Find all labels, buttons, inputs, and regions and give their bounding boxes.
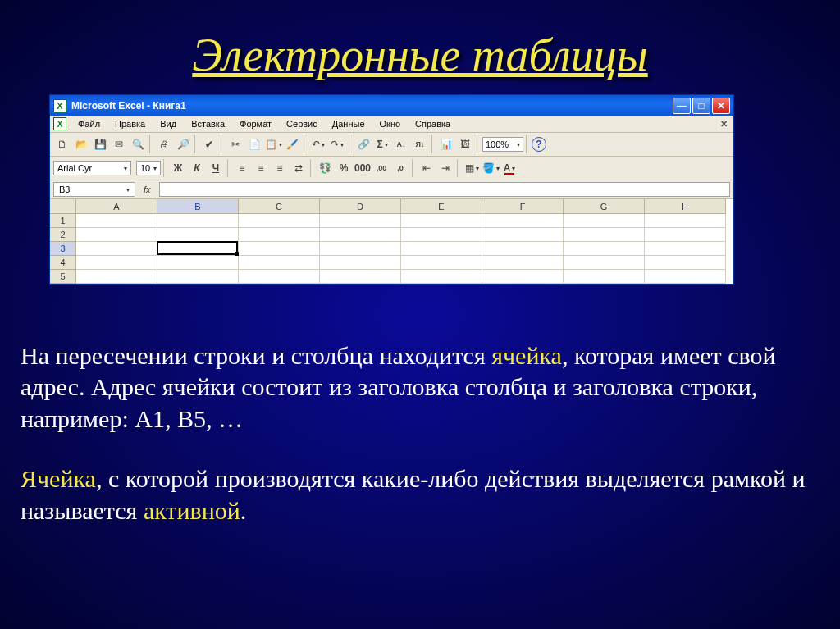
maximize-button[interactable]: □ (692, 98, 710, 114)
row-header-4[interactable]: 4 (50, 256, 76, 270)
font-name-combo[interactable]: Arial Cyr▾ (53, 161, 131, 175)
borders-icon[interactable]: ▦▾ (463, 159, 481, 177)
cell-H2[interactable] (645, 228, 726, 242)
fx-button[interactable]: fx (139, 185, 156, 194)
open-icon[interactable]: 📂 (72, 135, 90, 153)
cell-E4[interactable] (401, 256, 482, 270)
decrease-indent-icon[interactable]: ⇤ (418, 159, 436, 177)
cell-B2[interactable] (158, 228, 239, 242)
bold-button[interactable]: Ж (169, 159, 187, 177)
menu-view[interactable]: Вид (153, 117, 183, 130)
cell-A5[interactable] (76, 270, 158, 284)
cell-C5[interactable] (239, 270, 320, 284)
doc-close-button[interactable]: ✕ (717, 118, 730, 130)
percent-icon[interactable]: % (335, 159, 353, 177)
cell-H4[interactable] (645, 256, 726, 270)
cell-F4[interactable] (482, 256, 564, 270)
formula-input[interactable] (159, 182, 730, 197)
format-painter-icon[interactable]: 🖌️ (283, 135, 301, 153)
row-header-1[interactable]: 1 (50, 214, 76, 228)
font-size-combo[interactable]: 10▾ (136, 161, 161, 175)
select-all-corner[interactable] (50, 199, 76, 214)
cell-D4[interactable] (320, 256, 401, 270)
cell-D2[interactable] (320, 228, 401, 242)
cut-icon[interactable]: ✂ (226, 135, 244, 153)
sort-desc-icon[interactable]: Я↓ (411, 135, 429, 153)
cell-F1[interactable] (482, 214, 564, 228)
cell-A1[interactable] (76, 214, 158, 228)
row-header-3[interactable]: 3 (50, 242, 76, 256)
increase-decimal-icon[interactable]: ,00 (372, 159, 390, 177)
close-button[interactable]: ✕ (712, 98, 730, 114)
cell-E2[interactable] (401, 228, 482, 242)
comma-icon[interactable]: 000 (354, 159, 372, 177)
cell-E3[interactable] (401, 242, 482, 256)
copy-icon[interactable]: 📄 (245, 135, 263, 153)
row-header-5[interactable]: 5 (50, 270, 76, 284)
paste-icon[interactable]: 📋▾ (264, 135, 282, 153)
cell-H1[interactable] (645, 214, 726, 228)
cell-G5[interactable] (564, 270, 645, 284)
cell-E5[interactable] (401, 270, 482, 284)
minimize-button[interactable]: — (673, 98, 691, 114)
hyperlink-icon[interactable]: 🔗 (354, 135, 372, 153)
cells-area[interactable] (76, 214, 733, 284)
col-header-A[interactable]: A (76, 199, 158, 214)
cell-B3[interactable] (158, 242, 239, 256)
cell-A2[interactable] (76, 228, 158, 242)
col-header-D[interactable]: D (320, 199, 401, 214)
cell-B4[interactable] (158, 256, 239, 270)
cell-E1[interactable] (401, 214, 482, 228)
col-header-G[interactable]: G (564, 199, 645, 214)
underline-button[interactable]: Ч (207, 159, 225, 177)
col-header-E[interactable]: E (401, 199, 482, 214)
decrease-decimal-icon[interactable]: ,0 (391, 159, 409, 177)
cell-G3[interactable] (564, 242, 645, 256)
cell-D5[interactable] (320, 270, 401, 284)
cell-G4[interactable] (564, 256, 645, 270)
row-header-2[interactable]: 2 (50, 228, 76, 242)
email-icon[interactable]: ✉ (110, 135, 128, 153)
cell-H5[interactable] (645, 270, 726, 284)
spelling-icon[interactable]: ✔ (200, 135, 218, 153)
cell-A3[interactable] (76, 242, 158, 256)
drawing-icon[interactable]: 🖼 (456, 135, 474, 153)
menu-insert[interactable]: Вставка (185, 117, 231, 130)
merge-center-icon[interactable]: ⇄ (290, 159, 308, 177)
cell-A4[interactable] (76, 256, 158, 270)
align-left-icon[interactable]: ≡ (233, 159, 251, 177)
chart-wizard-icon[interactable]: 📊 (437, 135, 455, 153)
autosum-icon[interactable]: Σ▾ (373, 135, 391, 153)
cell-C4[interactable] (239, 256, 320, 270)
zoom-combo[interactable]: 100%▾ (482, 137, 523, 152)
currency-icon[interactable]: 💱 (316, 159, 334, 177)
col-header-H[interactable]: H (645, 199, 726, 214)
cell-C2[interactable] (239, 228, 320, 242)
cell-F3[interactable] (482, 242, 564, 256)
menu-help[interactable]: Справка (409, 117, 457, 130)
redo-icon[interactable]: ↷▾ (328, 135, 346, 153)
align-right-icon[interactable]: ≡ (271, 159, 289, 177)
cell-B5[interactable] (158, 270, 239, 284)
menu-data[interactable]: Данные (326, 117, 372, 130)
col-header-F[interactable]: F (482, 199, 564, 214)
fill-color-icon[interactable]: 🪣▾ (482, 159, 500, 177)
print-icon[interactable]: 🖨 (155, 135, 173, 153)
menu-edit[interactable]: Правка (108, 117, 152, 130)
font-color-icon[interactable]: A▾ (500, 159, 518, 177)
menu-window[interactable]: Окно (373, 117, 408, 130)
align-center-icon[interactable]: ≡ (252, 159, 270, 177)
help-icon[interactable]: ? (532, 137, 546, 152)
cell-G2[interactable] (564, 228, 645, 242)
undo-icon[interactable]: ↶▾ (309, 135, 327, 153)
cell-F2[interactable] (482, 228, 564, 242)
new-icon[interactable]: 🗋 (53, 135, 71, 153)
print-preview-icon[interactable]: 🔎 (174, 135, 192, 153)
col-header-B[interactable]: B (158, 199, 239, 214)
menu-tools[interactable]: Сервис (280, 117, 324, 130)
col-header-C[interactable]: C (239, 199, 320, 214)
sort-asc-icon[interactable]: А↓ (392, 135, 410, 153)
cell-G1[interactable] (564, 214, 645, 228)
search-icon[interactable]: 🔍 (129, 135, 147, 153)
cell-H3[interactable] (645, 242, 726, 256)
